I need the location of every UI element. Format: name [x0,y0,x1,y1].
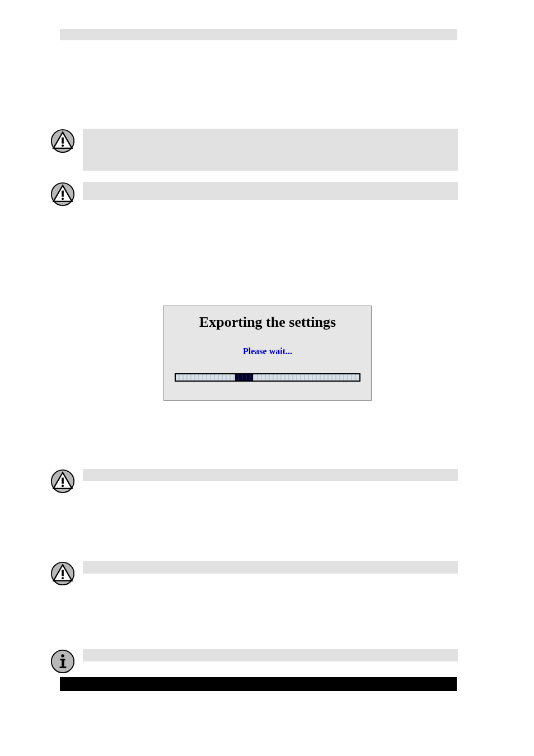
callout-content [83,649,458,661]
warning-callout-4 [50,561,458,586]
svg-rect-6 [62,191,64,197]
svg-rect-10 [62,478,64,484]
callout-content [83,182,458,200]
warning-icon [50,469,75,494]
warning-callout-1 [50,129,458,171]
info-icon [50,649,75,674]
svg-rect-20 [60,666,67,668]
progress-fill [235,374,253,381]
svg-rect-14 [62,570,64,576]
dialog-subtitle: Please wait... [164,346,371,356]
info-callout [50,649,458,674]
svg-point-11 [62,485,64,487]
svg-point-15 [62,577,64,579]
svg-point-17 [61,654,64,658]
warning-icon [50,182,75,206]
svg-rect-2 [62,138,64,144]
dialog-title: Exporting the settings [164,314,371,331]
callout-content [83,129,458,171]
callout-content [83,561,458,574]
header-bar [60,29,457,40]
callout-content [83,469,458,481]
warning-icon [50,129,75,153]
warning-callout-3 [50,469,458,494]
footer-bar [60,677,457,691]
warning-callout-2 [50,182,458,206]
progress-bar [175,373,360,382]
svg-point-3 [62,144,64,147]
warning-icon [50,561,75,586]
svg-point-7 [62,198,64,200]
export-dialog: Exporting the settings Please wait... [163,306,372,401]
